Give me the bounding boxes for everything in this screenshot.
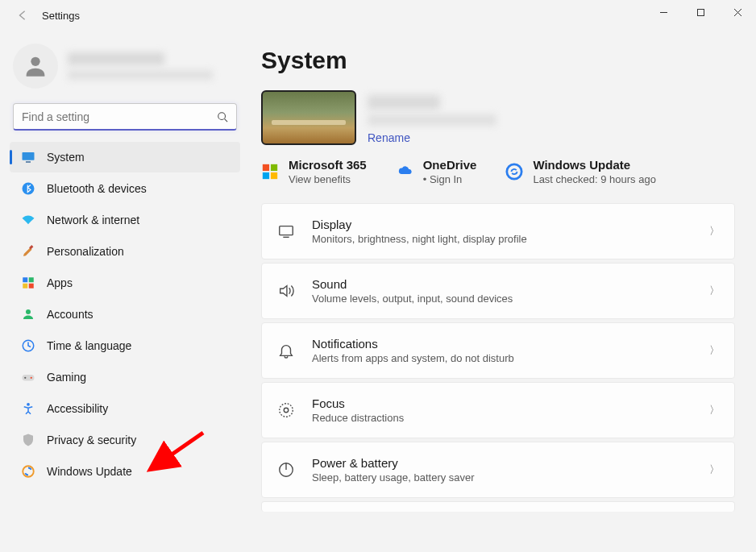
sidebar-item-label: Personalization [47, 245, 124, 258]
svg-rect-12 [29, 277, 34, 282]
svg-point-9 [23, 183, 35, 195]
setting-next-partial[interactable] [261, 501, 735, 512]
sidebar-item-time-language[interactable]: Time & language [10, 330, 240, 361]
search-input[interactable] [22, 104, 217, 129]
sidebar-item-personalization[interactable]: Personalization [10, 236, 240, 267]
sidebar-item-network[interactable]: Network & internet [10, 205, 240, 235]
setting-title: Focus [312, 396, 693, 410]
maximize-button[interactable] [682, 0, 719, 24]
sidebar-item-apps[interactable]: Apps [10, 268, 240, 298]
onedrive-icon [396, 163, 413, 181]
settings-list: Display Monitors, brightness, night ligh… [261, 203, 735, 512]
svg-point-20 [27, 403, 30, 406]
sidebar-item-label: Time & language [47, 339, 131, 352]
clock-globe-icon [21, 338, 35, 353]
monitor-icon [21, 150, 35, 164]
svg-point-21 [23, 466, 34, 477]
sidebar: System Bluetooth & devices Network & int… [0, 31, 250, 552]
app-title: Settings [42, 10, 80, 22]
sidebar-item-gaming[interactable]: Gaming [10, 362, 240, 392]
apps-icon [21, 276, 35, 290]
svg-rect-24 [263, 172, 269, 179]
minimize-button[interactable] [645, 0, 682, 24]
profile-name [68, 52, 164, 65]
sidebar-item-accessibility[interactable]: Accessibility [10, 393, 240, 424]
status-label: Microsoft 365 [289, 158, 367, 172]
sidebar-item-label: Windows Update [47, 465, 132, 478]
status-label: OneDrive [423, 158, 477, 172]
svg-point-19 [31, 377, 32, 379]
back-button[interactable] [15, 7, 31, 23]
device-model [368, 114, 496, 126]
rename-link[interactable]: Rename [368, 131, 410, 144]
setting-sound[interactable]: Sound Volume levels, output, input, soun… [261, 263, 735, 319]
setting-power-battery[interactable]: Power & battery Sleep, battery usage, ba… [261, 442, 735, 498]
status-windows-update[interactable]: Windows Update Last checked: 9 hours ago [505, 158, 656, 185]
sidebar-item-label: Network & internet [47, 214, 139, 226]
svg-point-15 [26, 309, 31, 314]
setting-title: Power & battery [312, 456, 693, 470]
sidebar-item-label: Accessibility [47, 402, 108, 415]
sidebar-item-label: Apps [47, 276, 73, 289]
setting-notifications[interactable]: Notifications Alerts from apps and syste… [261, 322, 735, 379]
svg-rect-11 [23, 277, 27, 282]
desktop-wallpaper-thumb[interactable] [261, 90, 356, 145]
svg-point-5 [218, 112, 226, 119]
search-box[interactable] [13, 103, 237, 131]
svg-rect-13 [23, 284, 27, 288]
display-icon [276, 222, 296, 241]
windows-update-status-icon [505, 163, 523, 181]
bell-icon [276, 341, 296, 360]
sidebar-item-accounts[interactable]: Accounts [10, 299, 240, 330]
setting-sub: Alerts from apps and system, do not dist… [312, 352, 693, 364]
setting-sub: Volume levels, output, input, sound devi… [312, 293, 693, 305]
sidebar-item-label: Bluetooth & devices [47, 182, 147, 195]
svg-point-30 [284, 408, 289, 413]
svg-rect-25 [271, 172, 277, 179]
chevron-right-icon: 〉 [709, 403, 720, 417]
window-controls [645, 0, 756, 24]
status-label: Windows Update [533, 158, 656, 172]
setting-title: Notifications [312, 337, 693, 351]
chevron-right-icon: 〉 [709, 224, 720, 239]
svg-rect-1 [697, 9, 704, 15]
shield-icon [21, 433, 35, 447]
main-content: System Rename Microsoft 365 View benefit… [250, 31, 756, 552]
paintbrush-icon [21, 244, 35, 259]
accessibility-icon [21, 401, 35, 416]
focus-icon [276, 401, 296, 420]
svg-rect-7 [23, 152, 35, 160]
setting-display[interactable]: Display Monitors, brightness, night ligh… [261, 203, 735, 259]
svg-rect-17 [23, 375, 35, 381]
svg-point-18 [24, 377, 26, 379]
sidebar-item-privacy-security[interactable]: Privacy & security [10, 425, 240, 455]
profile-text [68, 52, 213, 80]
device-block: Rename [261, 90, 735, 145]
update-icon [21, 464, 35, 479]
titlebar: Settings [0, 0, 756, 31]
sidebar-item-bluetooth[interactable]: Bluetooth & devices [10, 173, 240, 204]
sidebar-item-windows-update[interactable]: Windows Update [10, 456, 240, 487]
status-sub: • Sign In [423, 173, 477, 185]
device-info: Rename [368, 95, 496, 145]
profile-block[interactable] [10, 37, 240, 103]
chevron-right-icon: 〉 [709, 284, 720, 298]
avatar [13, 44, 58, 89]
wifi-icon [21, 213, 35, 227]
chevron-right-icon: 〉 [709, 463, 720, 477]
setting-focus[interactable]: Focus Reduce distractions 〉 [261, 382, 735, 438]
power-icon [276, 460, 296, 479]
chevron-right-icon: 〉 [709, 343, 720, 358]
status-onedrive[interactable]: OneDrive • Sign In [396, 158, 477, 185]
sidebar-item-system[interactable]: System [10, 142, 240, 172]
svg-rect-27 [280, 226, 293, 235]
setting-sub: Sleep, battery usage, battery saver [312, 471, 693, 484]
status-sub: Last checked: 9 hours ago [533, 173, 656, 185]
search-icon [217, 111, 228, 122]
microsoft-365-icon [261, 163, 279, 181]
sound-icon [276, 281, 296, 301]
setting-sub: Reduce distractions [312, 412, 693, 424]
status-microsoft-365[interactable]: Microsoft 365 View benefits [261, 158, 367, 185]
svg-rect-8 [26, 161, 31, 163]
close-button[interactable] [719, 0, 756, 24]
